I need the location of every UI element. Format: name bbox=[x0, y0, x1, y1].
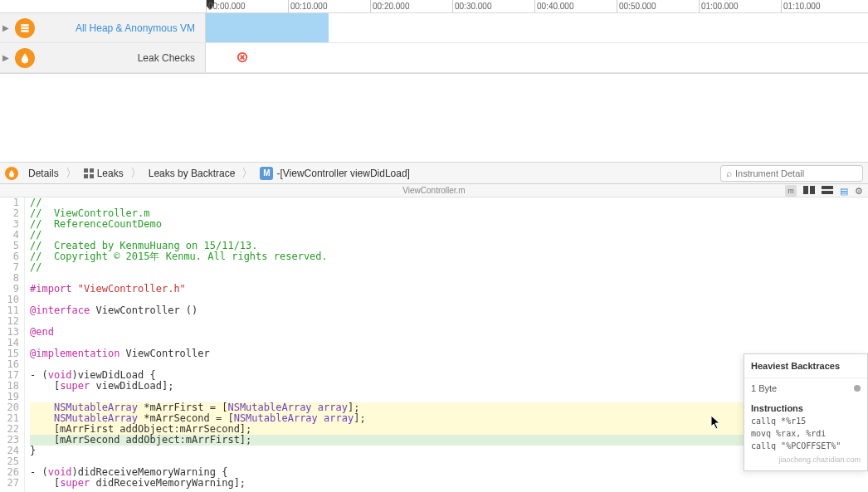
track-heap[interactable]: ▶ All Heap & Anonymous VM bbox=[0, 13, 868, 43]
backtrace-row[interactable]: 1 Byte bbox=[744, 378, 867, 398]
instructions-title: Instructions bbox=[744, 398, 867, 415]
svg-rect-2 bbox=[90, 168, 94, 173]
timeline-ruler[interactable]: 00:00.000 00:10.000 00:20.000 00:30.000 … bbox=[0, 0, 868, 13]
heap-lane[interactable] bbox=[206, 13, 868, 42]
line-number-gutter: 1234567891011121314151617181920212223242… bbox=[0, 197, 25, 492]
asm-line: movq %rax, %rdi bbox=[744, 427, 867, 440]
disclosure-triangle-icon[interactable]: ▶ bbox=[0, 53, 12, 62]
track-leaks-label: Leak Checks bbox=[38, 52, 205, 64]
heaviest-backtraces-title: Heaviest Backtraces bbox=[744, 354, 867, 378]
heap-usage-bar bbox=[206, 13, 329, 42]
svg-rect-5 bbox=[803, 186, 808, 194]
time-tick: 01:00.000 bbox=[699, 0, 781, 12]
layout-columns-icon[interactable] bbox=[803, 186, 815, 196]
svg-rect-6 bbox=[810, 186, 815, 194]
breadcrumb: Details 〉 Leaks 〉 Leaks by Backtrace 〉 M… bbox=[0, 163, 868, 184]
backtrace-dot-icon bbox=[854, 385, 861, 392]
crumb-method-label: -[ViewController viewDidLoad] bbox=[276, 168, 410, 179]
line-number: 27 bbox=[0, 478, 19, 489]
crumb-group[interactable]: Leaks by Backtrace bbox=[144, 168, 241, 179]
gear-icon[interactable]: ⚙ bbox=[855, 186, 863, 197]
backtrace-size: 1 Byte bbox=[751, 383, 777, 393]
inspector-panel: Heaviest Backtraces 1 Byte Instructions … bbox=[744, 353, 868, 471]
time-tick: 00:10.000 bbox=[288, 0, 370, 12]
code-line[interactable]: // bbox=[30, 197, 868, 208]
time-tick: 01:10.000 bbox=[781, 0, 863, 12]
svg-rect-3 bbox=[84, 174, 88, 178]
search-input-wrapper[interactable]: ⌕ bbox=[720, 165, 863, 182]
code-line[interactable] bbox=[30, 316, 868, 327]
crumb-method[interactable]: M -[ViewController viewDidLoad] bbox=[255, 167, 415, 180]
leak-marker-icon[interactable] bbox=[237, 51, 248, 65]
track-heap-label: All Heap & Anonymous VM bbox=[38, 22, 205, 34]
method-badge-icon: M bbox=[260, 167, 273, 180]
instrument-tracks: ▶ All Heap & Anonymous VM ▶ Leak Checks bbox=[0, 13, 868, 74]
leaks-icon bbox=[15, 48, 35, 68]
code-line[interactable]: @implementation ViewController bbox=[30, 348, 868, 359]
asm-line: callq "%PCOFFSET%" bbox=[744, 440, 867, 452]
svg-rect-4 bbox=[90, 174, 94, 178]
svg-rect-8 bbox=[822, 191, 833, 194]
time-tick: 00:50.000 bbox=[617, 0, 699, 12]
chevron-right-icon: 〉 bbox=[66, 166, 77, 181]
code-line[interactable]: #import "ViewController.h" bbox=[30, 284, 868, 295]
code-line[interactable]: @interface ViewController () bbox=[30, 305, 868, 316]
track-leaks[interactable]: ▶ Leak Checks bbox=[0, 43, 868, 73]
time-tick: 00:40.000 bbox=[534, 0, 617, 12]
asm-line: callq *%r15 bbox=[744, 415, 867, 427]
layout-stack-icon[interactable] bbox=[822, 186, 833, 196]
watermark-text: jiaocheng.chazidian.com bbox=[744, 452, 867, 470]
time-tick: 00:20.000 bbox=[370, 0, 452, 12]
svg-rect-7 bbox=[822, 186, 833, 189]
code-line[interactable]: @end bbox=[30, 327, 868, 338]
search-input[interactable] bbox=[735, 168, 857, 178]
code-line[interactable]: // Copyright © 2015年 Kenmu. All rights r… bbox=[30, 251, 868, 262]
disclosure-triangle-icon[interactable]: ▶ bbox=[0, 23, 12, 32]
time-tick: 00:30.000 bbox=[452, 0, 534, 12]
leaks-instrument-icon[interactable] bbox=[5, 167, 18, 180]
code-line[interactable]: [super viewDidLoad]; bbox=[30, 381, 868, 392]
code-line[interactable]: [super didReceiveMemoryWarning]; bbox=[30, 478, 868, 489]
chevron-right-icon: 〉 bbox=[130, 166, 142, 181]
svg-rect-1 bbox=[84, 168, 88, 173]
code-lines[interactable]: //// ViewController.m// ReferenceCountDe… bbox=[25, 197, 868, 492]
code-line[interactable]: // bbox=[30, 262, 868, 273]
chevron-right-icon: 〉 bbox=[241, 166, 253, 181]
time-tick: 00:00.000 bbox=[206, 0, 288, 12]
file-name-label: ViewController.m bbox=[402, 186, 465, 195]
file-name-bar: ViewController.m m ▤ ⚙ bbox=[0, 184, 868, 197]
file-type-badge: m bbox=[785, 185, 797, 197]
code-line[interactable]: // ReferenceCountDemo bbox=[30, 219, 868, 230]
leaks-lane[interactable] bbox=[206, 43, 868, 72]
grid-icon bbox=[84, 168, 94, 178]
allocations-icon bbox=[15, 18, 35, 38]
timeline-empty-area bbox=[0, 74, 868, 163]
crumb-leaks[interactable]: Leaks bbox=[79, 168, 129, 179]
code-line[interactable]: [mArrSecond addObject:mArrFirst];!1 Byte bbox=[30, 435, 868, 446]
crumb-details[interactable]: Details bbox=[23, 168, 64, 179]
crumb-leaks-label: Leaks bbox=[97, 168, 124, 179]
code-line[interactable]: } bbox=[30, 446, 868, 456]
xcode-icon[interactable]: ▤ bbox=[840, 186, 848, 197]
source-code-view[interactable]: 1234567891011121314151617181920212223242… bbox=[0, 197, 868, 492]
search-icon: ⌕ bbox=[726, 168, 732, 179]
